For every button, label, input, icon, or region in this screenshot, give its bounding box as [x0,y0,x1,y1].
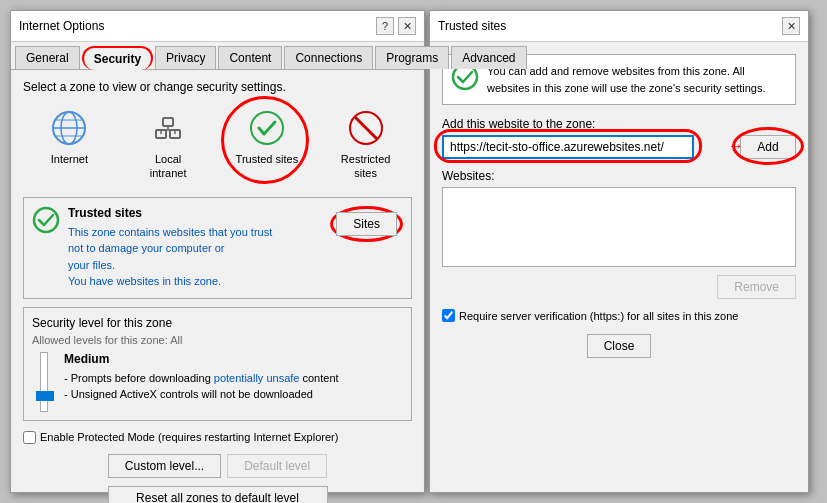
local-intranet-label: Local intranet [136,152,200,181]
trusted-sites-label: Trusted sites [236,152,299,166]
add-website-row: https://tecit-sto-office.azurewebsites.n… [442,135,796,159]
svg-point-15 [34,208,58,232]
trusted-info-left: Trusted sites This zone contains website… [32,206,272,290]
security-level-title: Security level for this zone [32,316,403,330]
tab-connections[interactable]: Connections [284,46,373,69]
close-button[interactable]: Close [587,334,652,358]
help-button[interactable]: ? [376,17,394,35]
require-https-row: Require server verification (https:) for… [442,309,796,322]
zone-local-intranet[interactable]: Local intranet [132,104,204,185]
websites-label: Websites: [442,169,796,183]
slider-thumb [36,391,54,401]
zones-container: Internet [23,104,412,185]
zone-internet[interactable]: Internet [33,104,105,185]
zone-instruction: Select a zone to view or change security… [23,80,412,94]
restricted-sites-icon [346,108,386,148]
require-https-label: Require server verification (https:) for… [459,310,738,322]
protected-mode-checkbox[interactable] [23,431,36,444]
tab-advanced[interactable]: Advanced [451,46,526,69]
sites-button-circle: Sites [330,206,403,242]
internet-label: Internet [51,152,88,166]
trusted-info-text: You can add and remove websites from thi… [487,63,787,96]
level-content: Medium - Prompts before downloading pote… [32,352,403,412]
tab-privacy[interactable]: Privacy [155,46,216,69]
add-button-container: Add [740,135,796,159]
remove-button[interactable]: Remove [717,275,796,299]
trusted-zone-description: Trusted sites This zone contains website… [68,206,272,290]
url-input-container: https://tecit-sto-office.azurewebsites.n… [442,135,694,159]
svg-point-12 [251,112,283,144]
allowed-levels: Allowed levels for this zone: All [32,334,403,346]
security-slider[interactable] [32,352,56,412]
security-level-section: Security level for this zone Allowed lev… [23,307,412,421]
websites-list[interactable] [442,187,796,267]
level-desc: - Prompts before downloading potentially… [64,370,339,403]
dialog-title: Internet Options [19,19,104,33]
url-input[interactable]: https://tecit-sto-office.azurewebsites.n… [442,135,694,159]
trusted-zone-title: Trusted sites [68,206,272,220]
trusted-zone-desc: This zone contains websites that you tru… [68,224,272,290]
level-desc-2: - Unsigned ActiveX controls will not be … [64,386,339,403]
trusted-dialog-title: Trusted sites [438,19,506,33]
add-button[interactable]: Add [740,135,796,159]
custom-level-button[interactable]: Custom level... [108,454,221,478]
trusted-dialog-content: You can add and remove websites from thi… [430,42,808,376]
level-buttons-row: Custom level... Default level [23,454,412,478]
zones-row: Internet [23,104,412,185]
remove-btn-row: Remove [442,275,796,299]
title-bar-buttons: ? ✕ [376,17,416,35]
default-level-button[interactable]: Default level [227,454,327,478]
add-label: Add this website to the zone: [442,117,796,131]
trusted-title-bar: Trusted sites ✕ [430,11,808,42]
svg-rect-7 [163,118,173,126]
trusted-close-button[interactable]: ✕ [782,17,800,35]
trusted-title-bar-buttons: ✕ [782,17,800,35]
slider-track [40,352,48,412]
link-potentially: potentially unsafe [214,372,300,384]
zone-trusted-sites[interactable]: Trusted sites [231,104,303,185]
tab-general[interactable]: General [15,46,80,69]
trusted-info-section: Trusted sites This zone contains website… [23,197,412,299]
internet-options-dialog: Internet Options ? ✕ General Security Pr… [10,10,425,493]
zone-restricted-sites[interactable]: Restricted sites [330,104,402,185]
level-name: Medium [64,352,339,366]
protected-mode-row: Enable Protected Mode (requires restarti… [23,431,412,444]
close-btn-row: Close [442,334,796,358]
local-intranet-icon [148,108,188,148]
tab-content[interactable]: Content [218,46,282,69]
restricted-sites-label: Restricted sites [334,152,398,181]
close-button[interactable]: ✕ [398,17,416,35]
security-tab-content: Select a zone to view or change security… [11,70,424,503]
level-info: Medium - Prompts before downloading pote… [64,352,339,412]
tab-security[interactable]: Security [82,46,153,70]
trusted-sites-icon [247,108,287,148]
tab-bar: General Security Privacy Content Connect… [11,42,424,70]
reset-btn-row: Reset all zones to default level [23,486,412,503]
tab-programs[interactable]: Programs [375,46,449,69]
trusted-sites-dialog: Trusted sites ✕ You can add and remove w… [429,10,809,493]
level-desc-1: - Prompts before downloading potentially… [64,370,339,387]
protected-mode-label: Enable Protected Mode (requires restarti… [40,431,338,443]
require-https-checkbox[interactable] [442,309,455,322]
internet-icon [49,108,89,148]
sites-btn-container: Sites [330,206,403,242]
title-bar: Internet Options ? ✕ [11,11,424,42]
green-checkmark-large [32,206,60,237]
sites-button[interactable]: Sites [336,212,397,236]
reset-all-button[interactable]: Reset all zones to default level [108,486,328,503]
svg-line-14 [356,118,376,138]
